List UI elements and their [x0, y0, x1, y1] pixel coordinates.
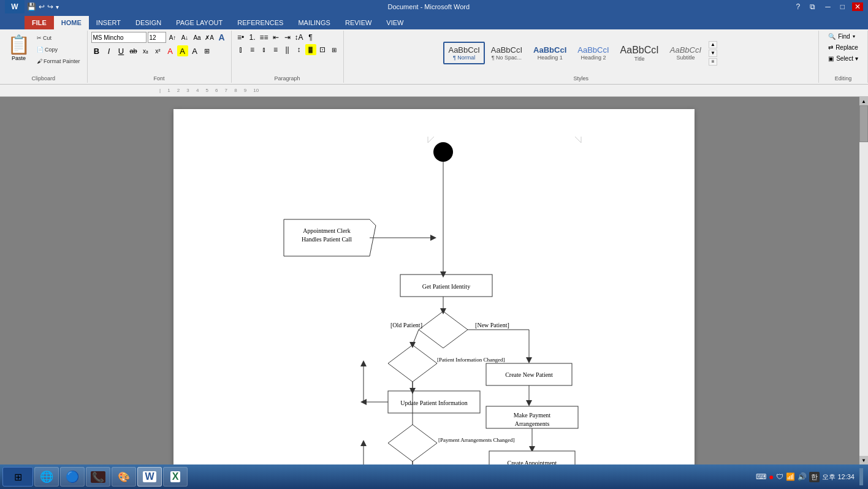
font-name-input[interactable] [91, 32, 147, 43]
diamond1 [419, 311, 468, 348]
close-button[interactable]: ✕ [852, 2, 863, 11]
tab-mailings[interactable]: MAILINGS [291, 16, 338, 29]
vertical-scrollbar[interactable]: ▲ ▼ [859, 97, 868, 464]
scroll-down-button[interactable]: ▼ [859, 456, 868, 464]
styles-scroll-down[interactable]: ▼ [709, 50, 717, 57]
scroll-thumb[interactable] [859, 105, 868, 142]
style-subtitle[interactable]: AaBbCcI Subtitle [665, 42, 706, 64]
tab-page-layout[interactable]: PAGE LAYOUT [169, 16, 230, 29]
superscript-button[interactable]: x² [153, 45, 164, 56]
copy-button[interactable]: 📄 Copy [35, 44, 82, 55]
style-heading1-preview: AaBbCcI [533, 45, 566, 55]
text-effects-button[interactable]: A [216, 32, 227, 43]
replace-button[interactable]: ⇄ Replace [824, 43, 862, 52]
tab-review[interactable]: REVIEW [338, 16, 379, 29]
font-dialog-button[interactable]: ⊞ [202, 45, 213, 56]
strikethrough-button[interactable]: ab [128, 45, 139, 56]
diamond2 [388, 345, 437, 382]
find-button[interactable]: 🔍 Find ▾ [824, 32, 862, 41]
align-right-button[interactable]: ⫾ [259, 44, 270, 55]
paragraph-group: ≡• 1. ≡≡ ⇤ ⇥ ↕A ¶ ⫿ ≡ ⫾ ≡ || ↕ ▓ ⊡ ⊞ Par… [232, 31, 344, 83]
justify-button[interactable]: ≡ [270, 44, 281, 55]
multilevel-button[interactable]: ≡≡ [259, 32, 270, 43]
style-no-spacing[interactable]: AaBbCcI ¶ No Spac... [486, 42, 527, 64]
style-heading2[interactable]: AaBbCcI Heading 2 [573, 42, 614, 64]
help-button[interactable]: ? [794, 2, 803, 11]
para-dialog-button[interactable]: ⊞ [329, 44, 340, 55]
styles-expand[interactable]: ≡ [709, 58, 717, 66]
style-title-label: Title [634, 56, 645, 62]
style-title[interactable]: AaBbCcI Title [615, 41, 664, 66]
increase-font-button[interactable]: A↑ [167, 32, 178, 43]
doc-scroll-area[interactable]: Appointment Clerk Handles Patient Call G… [0, 97, 868, 464]
clear-format-button[interactable]: ✗A [204, 32, 215, 43]
save-icon[interactable]: 💾 [27, 2, 36, 11]
document-area: | 1 2 3 4 5 6 7 8 9 10 Appointment Clerk… [0, 85, 868, 464]
undo-icon[interactable]: ↩ [39, 2, 45, 11]
paste-button[interactable]: 📋 Paste [5, 32, 32, 63]
format-painter-button[interactable]: 🖌 Format Painter [35, 56, 82, 67]
style-no-spacing-preview: AaBbCcI [491, 45, 522, 55]
columns-button[interactable]: || [282, 44, 293, 55]
tab-references[interactable]: REFERENCES [230, 16, 291, 29]
select-button[interactable]: ▣ Select ▾ [824, 54, 862, 63]
increase-indent-button[interactable]: ⇥ [282, 32, 293, 43]
taskbar-ie[interactable]: 🔵 [60, 467, 85, 487]
cut-button[interactable]: ✂ Cut [35, 32, 82, 44]
taskbar-paint[interactable]: 🎨 [112, 467, 136, 487]
shading-button[interactable]: ▓ [305, 44, 316, 55]
restore-button[interactable]: ⧉ [807, 2, 818, 11]
ribbon: 📋 Paste ✂ Cut 📄 Copy 🖌 Format Painter Cl… [0, 29, 868, 85]
underline-button[interactable]: U [116, 45, 127, 56]
highlight-button[interactable]: A [177, 45, 188, 56]
sort-button[interactable]: ↕A [294, 32, 305, 43]
start-node [433, 142, 453, 162]
numbering-button[interactable]: 1. [247, 32, 258, 43]
style-heading1-label: Heading 1 [538, 55, 563, 61]
start-button[interactable]: ⊞ [2, 467, 33, 487]
borders-button[interactable]: ⊡ [317, 44, 328, 55]
styles-scroll-up[interactable]: ▲ [709, 41, 717, 48]
font-options-button[interactable]: Aa [192, 32, 203, 43]
taskbar-excel[interactable]: X [163, 467, 188, 487]
styles-group: AaBbCcI ¶ Normal AaBbCcI ¶ No Spac... Aa… [344, 31, 819, 83]
find-icon: 🔍 [828, 33, 836, 40]
scroll-up-button[interactable]: ▲ [859, 97, 868, 105]
subscript-button[interactable]: x₂ [140, 45, 151, 56]
customize-icon[interactable]: ▾ [56, 4, 59, 10]
font-color-button[interactable]: A [165, 45, 176, 56]
tab-design[interactable]: DESIGN [128, 16, 169, 29]
maximize-button[interactable]: □ [838, 2, 847, 11]
decrease-indent-button[interactable]: ⇤ [270, 32, 281, 43]
bold-button[interactable]: B [91, 45, 102, 56]
minimize-button[interactable]: ─ [823, 2, 833, 11]
antivirus-icon: 🛡 [776, 472, 783, 481]
keyboard-icon: ⌨ [756, 472, 766, 481]
style-heading1[interactable]: AaBbCcI Heading 1 [528, 42, 571, 64]
show-hide-button[interactable]: ¶ [305, 32, 316, 43]
editing-label: Editing [819, 75, 867, 82]
line-spacing-button[interactable]: ↕ [294, 44, 305, 55]
style-normal[interactable]: AaBbCcI ¶ Normal [443, 42, 484, 64]
font-size-input[interactable] [148, 32, 166, 43]
redo-icon[interactable]: ↪ [47, 2, 53, 11]
align-left-button[interactable]: ⫿ [235, 44, 246, 55]
system-tray: ⌨ ● 🛡 📶 🔊 한 오후 12:34 [756, 468, 866, 485]
title-bar-title: Document - Microsoft Word [64, 3, 794, 10]
paragraph-row2: ⫿ ≡ ⫾ ≡ || ↕ ▓ ⊡ ⊞ [235, 44, 340, 55]
italic-button[interactable]: I [104, 45, 115, 56]
decrease-font-button[interactable]: A↓ [180, 32, 191, 43]
tab-insert[interactable]: INSERT [89, 16, 128, 29]
show-desktop-button[interactable] [859, 468, 863, 485]
align-center-button[interactable]: ≡ [247, 44, 258, 55]
tab-file[interactable]: FILE [25, 16, 54, 29]
tab-home[interactable]: HOME [54, 16, 89, 29]
svg-marker-50 [526, 400, 532, 406]
text-color-button[interactable]: A [189, 45, 200, 56]
taskbar-chrome[interactable]: 🌐 [34, 467, 59, 487]
bullets-button[interactable]: ≡• [235, 32, 246, 43]
tab-view[interactable]: VIEW [379, 16, 411, 29]
select-icon: ▣ [828, 55, 834, 62]
taskbar-word[interactable]: W [137, 467, 162, 487]
taskbar-kakao[interactable]: 📞 [86, 467, 110, 487]
